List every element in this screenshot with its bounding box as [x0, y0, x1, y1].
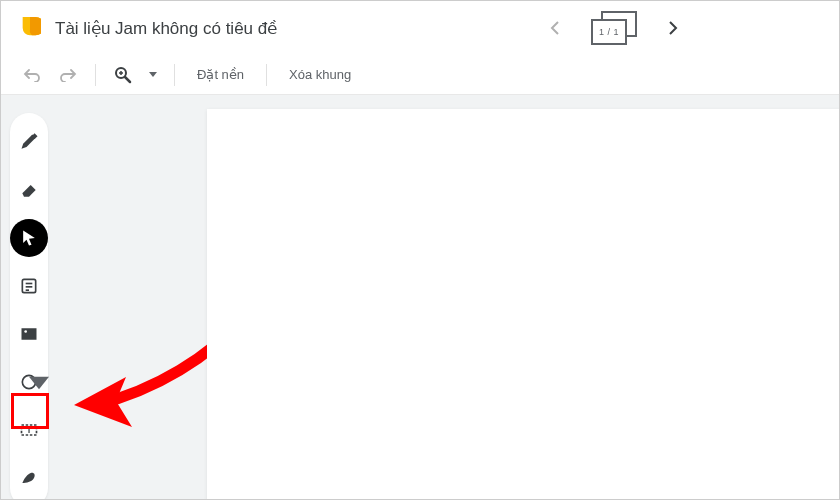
prev-frame-button[interactable] — [541, 14, 569, 42]
sticky-note-tool[interactable] — [10, 267, 48, 305]
undo-button[interactable] — [17, 60, 47, 90]
svg-point-9 — [24, 330, 27, 333]
shape-tool[interactable] — [10, 363, 48, 401]
header: Tài liệu Jam không có tiêu đề 1 / 1 — [1, 1, 839, 55]
whiteboard-canvas[interactable] — [207, 109, 839, 499]
frame-indicator[interactable]: 1 / 1 — [591, 11, 637, 45]
select-tool[interactable] — [10, 219, 48, 257]
jamboard-logo-icon — [19, 13, 41, 43]
pen-tool[interactable] — [10, 123, 48, 161]
document-title[interactable]: Tài liệu Jam không có tiêu đề — [55, 18, 277, 39]
svg-line-1 — [125, 77, 130, 82]
toolbar-separator — [174, 64, 175, 86]
image-tool[interactable] — [10, 315, 48, 353]
tool-pill: T — [10, 113, 48, 499]
redo-button[interactable] — [53, 60, 83, 90]
toolbar: Đặt nền Xóa khung — [1, 55, 839, 95]
svg-text:T: T — [26, 425, 31, 435]
toolbar-separator — [266, 64, 267, 86]
eraser-tool[interactable] — [10, 171, 48, 209]
zoom-dropdown-icon[interactable] — [144, 60, 162, 90]
toolbar-separator — [95, 64, 96, 86]
set-background-button[interactable]: Đặt nền — [187, 61, 254, 88]
zoom-button[interactable] — [108, 60, 138, 90]
workspace: T — [1, 95, 839, 499]
laser-tool[interactable] — [10, 459, 48, 497]
app-root: Tài liệu Jam không có tiêu đề 1 / 1 Đặt … — [0, 0, 840, 500]
clear-frame-button[interactable]: Xóa khung — [279, 61, 361, 88]
next-frame-button[interactable] — [659, 14, 687, 42]
textbox-tool[interactable]: T — [10, 411, 48, 449]
tool-sidebar: T — [1, 95, 57, 499]
canvas-area — [197, 95, 839, 499]
frame-count-label: 1 / 1 — [591, 19, 627, 45]
